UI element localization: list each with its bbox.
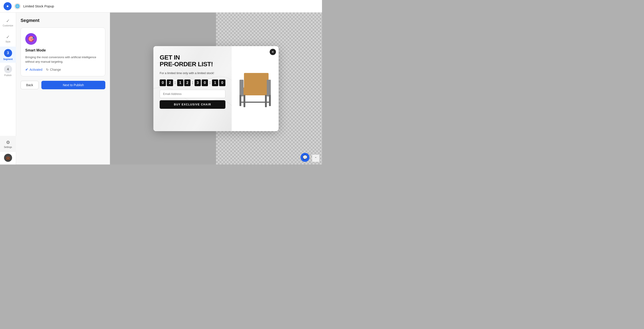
smart-mode-icon: 🎯 [25, 33, 37, 45]
step-number-segment: 3 [4, 49, 12, 57]
step-number-publish: 4 [4, 65, 12, 73]
segment-panel: Segment 🎯 Smart Mode Bringing the most c… [16, 13, 110, 165]
popup-content: GET IN PRE-ORDER LIST! For a limited tim… [154, 46, 278, 131]
settings-button[interactable]: ⚙ Settings [0, 136, 16, 152]
change-button[interactable]: ↻ Change [46, 68, 61, 71]
svg-rect-2 [240, 80, 244, 97]
segment-card-footer: ✔ Activated ↻ Change [25, 67, 100, 72]
popup-right-panel [232, 46, 278, 131]
countdown-sep-1: : [192, 80, 194, 85]
refresh-icon: ↻ [46, 68, 49, 71]
next-to-publish-button[interactable]: Next to Publish [41, 81, 105, 89]
svg-rect-6 [240, 95, 241, 106]
sidebar-item-publish[interactable]: 4 Publish [0, 63, 16, 79]
cta-button[interactable]: BUY EXCLUSIVE CHAIR [160, 100, 226, 109]
sidebar-item-segment[interactable]: 3 Segment [0, 47, 16, 63]
svg-rect-8 [240, 102, 271, 103]
activated-label: Activated [30, 68, 42, 71]
sidebar-label-customize: Customize [3, 25, 13, 27]
countdown-digit-1: 2 [167, 80, 173, 86]
sidebar-label-segment: Segment [3, 58, 12, 61]
scroll-up-button[interactable]: ⌃ [312, 155, 319, 162]
sidebar-bottom: ⚙ Settings 💼 [0, 136, 16, 165]
page-title: Limited Stock Popup [23, 4, 54, 8]
countdown-digit-3: 2 [184, 80, 190, 86]
svg-rect-3 [267, 80, 271, 97]
svg-rect-7 [269, 95, 271, 106]
countdown-sep-0: : [174, 80, 176, 85]
smart-mode-description: Bringing the most conversions with artif… [25, 55, 100, 64]
globe-icon: 🌐 [14, 3, 20, 10]
panel-title: Segment [20, 18, 105, 23]
popup-modal: ✕ GET IN PRE-ORDER LI [154, 46, 278, 131]
smart-mode-title: Smart Mode [25, 48, 100, 52]
chair-image [233, 64, 278, 113]
countdown-digit-6: 1 [212, 80, 218, 86]
chevron-up-icon: ⌃ [314, 156, 317, 160]
svg-rect-1 [242, 88, 268, 95]
email-input[interactable] [160, 90, 226, 98]
activated-check-icon: ✔ [25, 67, 28, 72]
icon-sidebar: ✓ Customize ✓ Style 3 Segment 4 Publish … [0, 13, 16, 165]
check-icon: ✓ [6, 18, 10, 24]
popup-left-inner: GET IN PRE-ORDER LIST! For a limited tim… [160, 54, 226, 109]
sidebar-label-publish: Publish [4, 74, 12, 77]
briefcase-icon: 💼 [6, 156, 10, 160]
countdown-digit-0: 0 [160, 80, 166, 86]
back-button[interactable]: Back [20, 81, 39, 89]
sidebar-label-style: Style [5, 41, 10, 43]
activated-badge: ✔ Activated [25, 67, 42, 72]
topbar: ● 🌐 Limited Stock Popup [0, 0, 322, 13]
countdown-digit-5: 0 [202, 80, 208, 86]
gear-icon: ⚙ [6, 140, 10, 145]
extra-icon-button[interactable]: 💼 [4, 154, 12, 162]
popup-left-panel: GET IN PRE-ORDER LIST! For a limited tim… [154, 46, 232, 131]
check-icon-style: ✓ [6, 34, 10, 40]
svg-rect-0 [244, 73, 268, 89]
change-label: Change [50, 68, 61, 71]
countdown-digit-2: 1 [177, 80, 183, 86]
settings-label: Settings [4, 146, 12, 148]
chat-bubble-button[interactable]: 💬 [300, 153, 310, 162]
close-icon: ✕ [272, 50, 274, 54]
svg-rect-5 [265, 95, 267, 107]
main-layout: ✓ Customize ✓ Style 3 Segment 4 Publish … [0, 13, 322, 165]
segment-card: 🎯 Smart Mode Bringing the most conversio… [20, 28, 105, 76]
popup-subtext: For a limited time only with a limited s… [160, 71, 226, 75]
countdown-timer: 0 2 : 1 2 : 3 0 : 1 0 [160, 80, 226, 86]
panel-actions: Back Next to Publish [20, 81, 105, 89]
preview-area: ✕ GET IN PRE-ORDER LI [110, 13, 322, 165]
svg-rect-4 [244, 95, 245, 107]
sidebar-item-style[interactable]: ✓ Style [0, 31, 16, 47]
sidebar-item-customize[interactable]: ✓ Customize [0, 14, 16, 31]
countdown-digit-7: 0 [219, 80, 226, 86]
popup-close-button[interactable]: ✕ [270, 49, 276, 55]
app-logo: ● [4, 2, 12, 10]
countdown-digit-4: 3 [194, 80, 201, 86]
countdown-sep-2: : [209, 80, 211, 85]
popup-heading: GET IN PRE-ORDER LIST! [160, 54, 226, 68]
chat-icon: 💬 [302, 155, 308, 160]
